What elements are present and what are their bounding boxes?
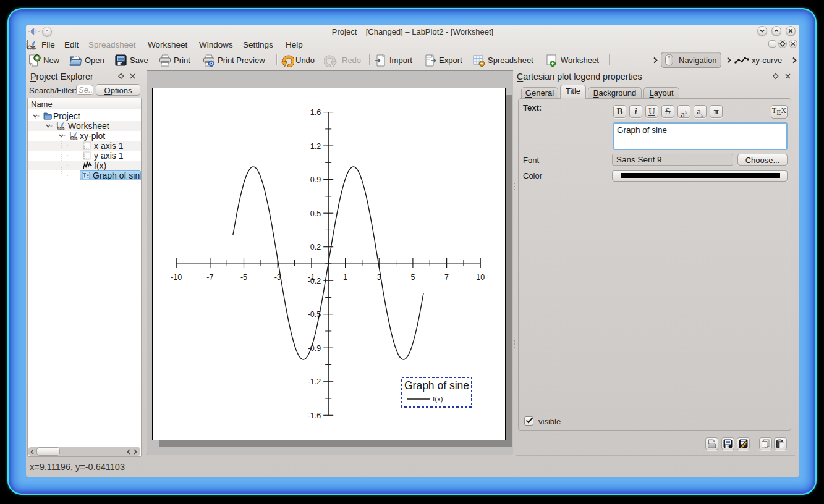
svg-text:Graph of sine: Graph of sine: [404, 379, 469, 392]
svg-text:f(x): f(x): [433, 395, 443, 403]
svg-text:-10: -10: [171, 273, 182, 282]
svg-text:1: 1: [343, 273, 347, 282]
svg-text:-5: -5: [240, 273, 247, 282]
svg-text:-7: -7: [206, 273, 213, 282]
svg-text:1.2: 1.2: [310, 142, 321, 151]
svg-text:-1.2: -1.2: [308, 377, 321, 386]
svg-text:5: 5: [410, 273, 415, 282]
svg-text:10: 10: [476, 273, 485, 282]
svg-text:1.6: 1.6: [310, 108, 321, 117]
svg-text:0.2: 0.2: [310, 243, 321, 251]
svg-text:0.5: 0.5: [310, 209, 321, 218]
svg-text:7: 7: [444, 273, 449, 282]
svg-text:0.9: 0.9: [310, 175, 321, 184]
svg-text:-0.2: -0.2: [308, 277, 321, 285]
svg-text:-1.6: -1.6: [308, 411, 321, 420]
